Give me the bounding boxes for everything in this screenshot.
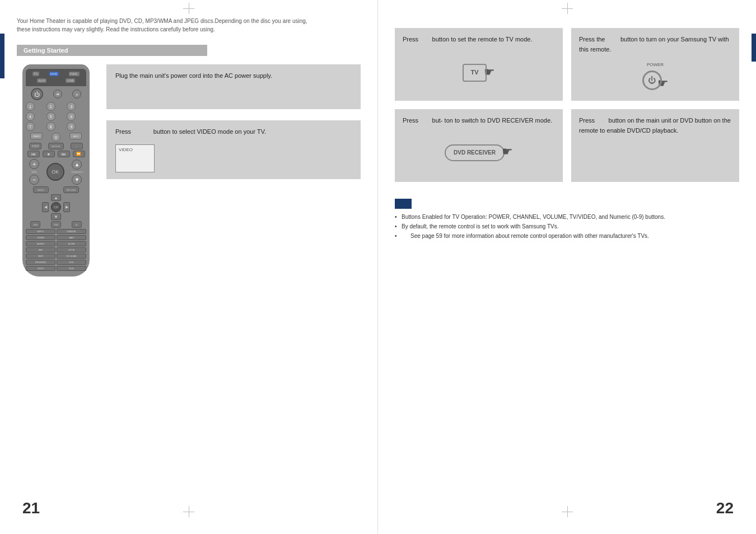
remote-arrow-row: STEP MOTIVE → bbox=[26, 143, 86, 149]
remote-vol-nav-row: + VOL − OK ▲ TUNER/CH ▼ bbox=[26, 159, 86, 185]
right-steps-grid: Press button to set the remote to TV mod… bbox=[395, 28, 739, 182]
remote-vol-up: + bbox=[29, 159, 39, 169]
remote-control-row: ⏻ ⏏ ● bbox=[26, 88, 86, 100]
remote-navi-btn: NAVI bbox=[57, 235, 86, 240]
step-6-text: Press button on the main unit or DVD but… bbox=[579, 117, 731, 134]
section-title: Getting Started bbox=[24, 47, 68, 54]
remote-vol-down: − bbox=[29, 175, 39, 185]
remote-s3-btn: ⊞ bbox=[72, 221, 82, 228]
remote-vol-section: + VOL − bbox=[29, 159, 39, 185]
remote-right-btn: ▶ bbox=[63, 202, 70, 212]
page-right: Press button to set the remote to TV mod… bbox=[378, 0, 756, 534]
steps-area: Plug the main unit's power cord into the… bbox=[106, 64, 361, 277]
step-4-text: Press but- ton to switch to DVD RECEIVER… bbox=[403, 116, 555, 126]
remote-eject-btn: ⏏ bbox=[53, 90, 62, 99]
power-symbol: ⏻ bbox=[648, 74, 656, 86]
remote-btn-3: 3 bbox=[67, 102, 76, 111]
step-3-text: Press button to set the remote to TV mod… bbox=[403, 35, 555, 45]
page-number-left: 21 bbox=[22, 499, 40, 517]
page-left: Your Home Theater is capable of playing … bbox=[0, 0, 378, 534]
remote-menu-btn: MENU bbox=[33, 186, 49, 193]
power-button-illustration: POWER ⏻ ☛ bbox=[579, 62, 731, 90]
remote-mode-row: TV DVD FUNC. bbox=[27, 71, 85, 77]
remote-lr-row: ◀ CD ▶ bbox=[42, 202, 70, 212]
remote-return-btn: RETURN bbox=[63, 186, 79, 193]
remote-next-btn: ⏭ bbox=[58, 151, 70, 157]
remote-top-section: TV DVD FUNC. AUX USB bbox=[26, 69, 86, 86]
hand-cursor-dvd: ☛ bbox=[502, 142, 513, 161]
remote-func-btn: FUNC. bbox=[68, 71, 80, 77]
remote-btn-4: 4 bbox=[26, 112, 35, 121]
remote-mss-btn: MSS bbox=[69, 133, 82, 139]
remote-btn-7: 7 bbox=[26, 122, 35, 131]
step-2-box: Press button to select VIDEO mode on you… bbox=[106, 120, 361, 179]
remote-step-btn: STEP bbox=[29, 143, 41, 149]
remote-slow-btn: SLOW bbox=[57, 241, 86, 246]
dvd-receiver-btn-label: DVD RECEIVER bbox=[445, 144, 505, 161]
remote-btn-0: 0 bbox=[52, 133, 60, 142]
remote-ab-btn: A/B bbox=[26, 247, 55, 252]
remote-power-btn: ⏻ bbox=[31, 88, 43, 100]
remote-motive-btn: MOTIVE bbox=[48, 143, 64, 149]
remote-aux-btn: AUX bbox=[36, 78, 46, 83]
crosshair-top-right bbox=[562, 3, 573, 14]
left-accent-bar bbox=[0, 34, 4, 78]
remote-transport-row: ⏮ ■ ⏭ ⏩ bbox=[26, 151, 86, 157]
remote-darkmode-btn: D/MODE bbox=[57, 229, 86, 234]
crosshair-top-left bbox=[183, 3, 194, 14]
note-header bbox=[395, 199, 739, 209]
video-button-illustration: VIDEO bbox=[115, 144, 155, 172]
remote-ch-down: ▼ bbox=[72, 175, 82, 185]
remote-left-btn: ◀ bbox=[42, 202, 49, 212]
remote-rr-btn: ⏩ bbox=[73, 151, 85, 157]
remote-input-btn: INPUT bbox=[26, 229, 55, 234]
remote-s1-btn: S/W bbox=[30, 221, 40, 228]
remote-ch-section: ▲ TUNER/CH ▼ bbox=[71, 160, 83, 185]
remote-chscan-btn: CH SCAN bbox=[57, 254, 86, 259]
step-1-box: Plug the main unit's power cord into the… bbox=[106, 64, 361, 109]
tv-button-illustration: TV ☛ bbox=[403, 54, 555, 82]
page-container: Your Home Theater is capable of playing … bbox=[0, 0, 756, 534]
remote-up-btn: ▲ bbox=[51, 194, 61, 201]
remote-fn-grid: INPUT D/MODE ZOOM NAVI AUDIO SLOW A/B S/… bbox=[26, 229, 86, 271]
remote-ch-up: ▲ bbox=[72, 160, 82, 170]
crosshair-bottom-right bbox=[562, 506, 573, 517]
right-accent-bar bbox=[752, 34, 756, 62]
note-item-1: Buttons Enabled for TV Operation: POWER,… bbox=[395, 212, 739, 222]
remote-prev-btn: ⏮ bbox=[27, 151, 40, 157]
note-badge-icon bbox=[395, 199, 412, 209]
remote-enter-btn: CD bbox=[51, 202, 61, 212]
dvd-receiver-illustration: DVD RECEIVER ☛ bbox=[403, 133, 555, 161]
step-5-box: Press the button to turn on your Samsung… bbox=[571, 28, 739, 101]
power-label: POWER bbox=[647, 62, 664, 69]
remote-ch-label: TUNER/CH bbox=[71, 171, 83, 174]
remote-vol-label: VOL bbox=[31, 170, 37, 174]
tv-btn-label: TV bbox=[463, 64, 486, 82]
header-text: Your Home Theater is capable of playing … bbox=[17, 17, 308, 34]
step-5-text: Press the button to turn on your Samsung… bbox=[579, 35, 731, 54]
remote-stm-btn: S/T M bbox=[57, 247, 86, 252]
dvd-btn-with-hand: DVD RECEIVER ☛ bbox=[445, 133, 513, 161]
step-6-box: Press button on the main unit or DVD but… bbox=[571, 109, 739, 182]
remote-btn-5: 5 bbox=[46, 112, 55, 121]
remote-body: TV DVD FUNC. AUX USB ⏻ ⏏ ● bbox=[22, 64, 90, 277]
tv-btn-with-hand: TV ☛ bbox=[463, 54, 494, 82]
step-2-text: Press button to select VIDEO mode on you… bbox=[115, 127, 352, 137]
note-item-2: By default, the remote control is set to… bbox=[395, 222, 739, 231]
section-title-bar: Getting Started bbox=[17, 45, 207, 56]
remote-extra-row: S/W S/W ⊞ bbox=[26, 221, 86, 228]
remote-numpad: 1 2 3 4 5 6 7 8 9 bbox=[26, 102, 86, 131]
remote-audio-btn: AUDIO bbox=[26, 241, 55, 246]
remote-s2-btn: S/W bbox=[51, 221, 61, 228]
remote-rmdr-btn: RMDR bbox=[30, 133, 43, 139]
remote-ss-btn: → bbox=[71, 143, 83, 149]
note-section: Buttons Enabled for TV Operation: POWER,… bbox=[395, 199, 739, 241]
remote-dvd-btn: DVD bbox=[49, 71, 59, 77]
remote-dsp-btn: ZOOM bbox=[26, 235, 55, 240]
remote-menu-row: MENU RETURN bbox=[26, 186, 86, 193]
left-content: TV DVD FUNC. AUX USB ⏻ ⏏ ● bbox=[17, 64, 361, 277]
crosshair-bottom-left bbox=[183, 506, 194, 517]
remote-dpad: ▲ ◀ CD ▶ ▼ bbox=[26, 194, 86, 220]
remote-dts-btn: DTS bbox=[57, 260, 86, 265]
remote-tv-btn: TV bbox=[32, 71, 40, 77]
